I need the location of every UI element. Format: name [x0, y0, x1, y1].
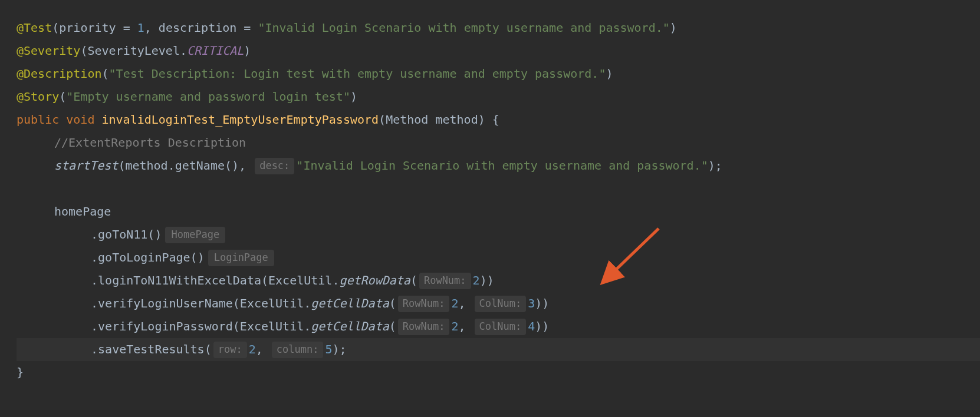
code-line-14[interactable]: .verifyLoginPassword(ExcelUtil.getCellDa… [17, 315, 980, 338]
code-line-5[interactable]: public void invalidLoginTest_EmptyUserEm… [17, 108, 980, 131]
return-hint-loginpage: LoginPage [208, 250, 274, 266]
hint-rownum-1: RowNum: [419, 273, 471, 289]
hint-rownum-3: RowNum: [398, 319, 450, 335]
code-line-1[interactable]: @Test(priority = 1, description = "Inval… [17, 16, 980, 39]
code-editor[interactable]: @Test(priority = 1, description = "Inval… [17, 16, 980, 384]
call-gotoN11: goToN11 [98, 227, 147, 241]
call-gotologin: goToLoginPage [98, 250, 190, 264]
value-description: "Invalid Login Scenario with empty usern… [258, 21, 669, 35]
annotation-severity: @Severity [17, 44, 80, 58]
code-line-15[interactable]: .saveTestResults(row:2, column:5); [17, 338, 980, 361]
description-text: "Test Description: Login test with empty… [109, 67, 606, 81]
value-priority: 1 [137, 21, 144, 35]
severity-level: CRITICAL [187, 44, 244, 58]
call-verify-username: verifyLoginUserName [98, 296, 233, 310]
code-line-4[interactable]: @Story("Empty username and password logi… [17, 85, 980, 108]
code-line-6[interactable]: //ExtentReports Description [17, 131, 980, 154]
story-text: "Empty username and password login test" [66, 90, 350, 104]
code-line-11[interactable]: .goToLoginPage()LoginPage [17, 246, 980, 269]
annotation-description: @Description [17, 67, 102, 81]
code-line-12[interactable]: .loginToN11WithExcelData(ExcelUtil.getRo… [17, 269, 980, 292]
annotation-test: @Test [17, 21, 52, 35]
param-description: description [159, 21, 236, 35]
call-save-results: saveTestResults [98, 342, 205, 356]
code-line-3[interactable]: @Description("Test Description: Login te… [17, 62, 980, 85]
hint-colnum-1: ColNum: [475, 296, 527, 312]
comment-extent: //ExtentReports Description [54, 135, 246, 150]
hint-row: row: [213, 342, 247, 358]
code-line-7[interactable]: startTest(method.getName(), desc:"Invali… [17, 154, 980, 177]
code-line-8-blank[interactable] [17, 177, 980, 200]
param-priority: priority [59, 21, 116, 35]
call-verify-password: verifyLoginPassword [98, 319, 233, 333]
start-test-desc: "Invalid Login Scenario with empty usern… [296, 158, 708, 173]
hint-colnum-2: ColNum: [475, 319, 527, 335]
code-line-13[interactable]: .verifyLoginUserName(ExcelUtil.getCellDa… [17, 292, 980, 315]
call-getcelldata-2: getCellData [311, 319, 389, 333]
ref-homepage: homePage [54, 204, 111, 219]
code-line-16[interactable]: } [17, 361, 980, 384]
hint-rownum-2: RowNum: [398, 296, 450, 312]
closing-brace: } [17, 365, 24, 379]
call-getrowdata: getRowData [339, 273, 410, 287]
call-getcelldata-1: getCellData [311, 296, 389, 310]
call-start-test: startTest [54, 158, 118, 173]
annotation-story: @Story [17, 90, 59, 104]
code-line-9[interactable]: homePage [17, 200, 980, 223]
return-hint-homepage: HomePage [165, 227, 225, 243]
keyword-public-void: public void [17, 112, 94, 127]
code-line-2[interactable]: @Severity(SeverityLevel.CRITICAL) [17, 39, 980, 62]
hint-column: column: [272, 342, 324, 358]
code-line-10[interactable]: .goToN11()HomePage [17, 223, 980, 246]
hint-desc: desc: [255, 158, 294, 174]
call-login-excel: loginToN11WithExcelData [98, 273, 261, 287]
method-name: invalidLoginTest_EmptyUserEmptyPassword [102, 112, 379, 127]
